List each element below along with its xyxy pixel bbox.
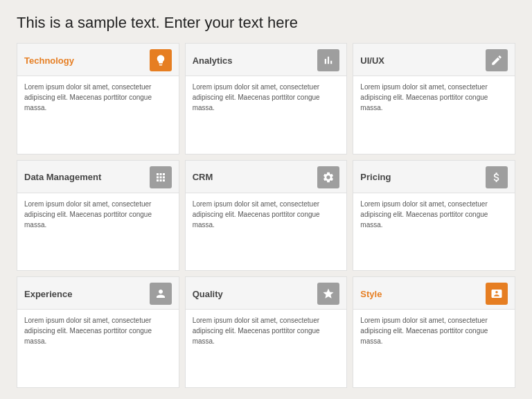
card-analytics-title: Analytics: [193, 55, 233, 66]
card-quality-body: Lorem ipsum dolor sit amet, consectetuer…: [186, 310, 347, 387]
card-data-management: Data Management Lorem ipsum dolor sit am…: [17, 160, 179, 272]
card-crm-header: CRM: [186, 161, 347, 193]
card-uiux-body: Lorem ipsum dolor sit amet, consectetuer…: [353, 76, 515, 154]
card-data-management-header: Data Management: [17, 161, 179, 193]
card-analytics-body: Lorem ipsum dolor sit amet, consectetuer…: [186, 76, 347, 154]
card-crm-body: Lorem ipsum dolor sit amet, consectetuer…: [186, 193, 347, 271]
card-style-header: Style: [353, 277, 515, 310]
card-style-title: Style: [360, 289, 382, 299]
data-management-icon: [150, 166, 172, 188]
analytics-icon: [317, 49, 339, 71]
card-technology: Technology Lorem ipsum dolor sit amet, c…: [17, 43, 179, 154]
card-technology-header: Technology: [17, 44, 179, 76]
technology-icon: [150, 49, 172, 71]
card-experience-body: Lorem ipsum dolor sit amet, consectetuer…: [17, 310, 179, 387]
page-title: This is a sample text. Enter your text h…: [17, 14, 515, 32]
card-technology-title: Technology: [24, 55, 74, 66]
crm-icon: [317, 166, 339, 188]
card-pricing: Pricing Lorem ipsum dolor sit amet, cons…: [353, 160, 515, 272]
card-technology-body: Lorem ipsum dolor sit amet, consectetuer…: [17, 76, 179, 154]
card-data-management-body: Lorem ipsum dolor sit amet, consectetuer…: [17, 193, 179, 271]
card-quality: Quality Lorem ipsum dolor sit amet, cons…: [185, 276, 348, 388]
card-data-management-title: Data Management: [24, 172, 101, 182]
card-experience-title: Experience: [24, 289, 72, 299]
card-uiux: UI/UX Lorem ipsum dolor sit amet, consec…: [353, 43, 515, 154]
card-pricing-header: Pricing: [353, 161, 515, 193]
card-crm: CRM Lorem ipsum dolor sit amet, consecte…: [185, 160, 348, 272]
card-experience: Experience Lorem ipsum dolor sit amet, c…: [17, 276, 179, 388]
pricing-icon: [486, 166, 508, 188]
experience-icon: [150, 283, 172, 305]
card-quality-header: Quality: [186, 277, 347, 310]
card-grid: Technology Lorem ipsum dolor sit amet, c…: [17, 43, 515, 388]
uiux-icon: [486, 49, 508, 71]
card-uiux-header: UI/UX: [353, 44, 515, 76]
card-analytics: Analytics Lorem ipsum dolor sit amet, co…: [185, 43, 348, 154]
style-icon: [486, 283, 508, 305]
card-crm-title: CRM: [193, 172, 213, 182]
card-pricing-body: Lorem ipsum dolor sit amet, consectetuer…: [353, 193, 515, 271]
page-container: This is a sample text. Enter your text h…: [0, 0, 532, 399]
card-uiux-title: UI/UX: [360, 55, 384, 66]
card-experience-header: Experience: [17, 277, 179, 310]
quality-icon: [317, 283, 339, 305]
card-style-body: Lorem ipsum dolor sit amet, consectetuer…: [353, 310, 515, 387]
card-style: Style Lorem ipsum dolor sit amet, consec…: [353, 276, 515, 388]
card-quality-title: Quality: [193, 289, 223, 299]
card-pricing-title: Pricing: [360, 172, 391, 182]
card-analytics-header: Analytics: [186, 44, 347, 76]
